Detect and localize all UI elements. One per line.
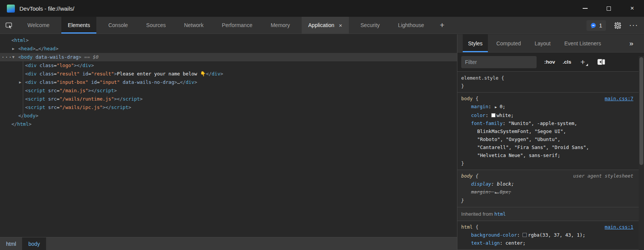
collapse-icon[interactable]: ▼: [12, 53, 14, 61]
rule-selector[interactable]: body: [461, 173, 473, 179]
property-value[interactable]: block;: [497, 181, 514, 187]
stylesheet-link[interactable]: main.css:7: [605, 95, 633, 103]
tree-row[interactable]: </html>: [0, 120, 457, 128]
code-token: script: [28, 104, 45, 110]
close-tab-icon[interactable]: ×: [339, 22, 342, 29]
maximize-button[interactable]: [597, 0, 620, 17]
code-token: $0: [93, 54, 99, 60]
inherited-node-link[interactable]: html: [494, 211, 506, 217]
tree-row[interactable]: ▶<head>…</head>: [0, 45, 457, 53]
rule-selector[interactable]: html: [461, 224, 473, 230]
css-property[interactable]: display: block;: [461, 180, 639, 188]
css-property[interactable]: color: white;: [461, 111, 639, 119]
property-value[interactable]: 0;: [500, 104, 505, 109]
code-token: =: [54, 79, 57, 85]
expand-icon[interactable]: ▶: [12, 45, 14, 53]
inspect-element-button[interactable]: [0, 17, 18, 34]
property-name[interactable]: display: [471, 181, 491, 187]
property-value[interactable]: "Nunito", -apple-system,: [508, 120, 577, 126]
property-name[interactable]: background-color: [471, 232, 517, 238]
tree-row[interactable]: <script src="/wails/runtime.js"></script…: [0, 95, 457, 103]
expand-shorthand-icon[interactable]: ▶: [495, 191, 499, 194]
toggle-hover-state-button[interactable]: :hov: [544, 59, 555, 65]
tab-label: Sources: [146, 22, 166, 28]
breadcrumb-body[interactable]: body: [22, 237, 46, 250]
color-swatch[interactable]: [491, 113, 495, 117]
tab-label: Application: [308, 22, 334, 28]
expand-icon[interactable]: ▶: [19, 78, 21, 87]
rule-selector-line[interactable]: element.style {: [461, 74, 639, 82]
row-actions-icon[interactable]: ···: [2, 53, 13, 61]
property-value[interactable]: 8px;: [500, 189, 511, 195]
code-token: >: [78, 54, 81, 60]
property-value[interactable]: rgba(33, 37, 43, 1);: [528, 232, 585, 238]
toggle-computed-sidebar-button[interactable]: [597, 59, 606, 65]
titlebar: DevTools - file://wails/ ×: [0, 0, 644, 17]
code-token: "result": [57, 71, 80, 77]
css-property[interactable]: text-align: center;: [461, 239, 639, 247]
css-property[interactable]: margin: ▶ 0;: [461, 103, 639, 111]
tree-row[interactable]: ···▼<body data-wails-drag> == $0: [0, 53, 457, 61]
rule-selector-line[interactable]: main.css:7body {: [461, 95, 639, 103]
rule-selector[interactable]: element.style: [461, 75, 499, 81]
open-brace: {: [499, 75, 504, 81]
property-name[interactable]: margin: [471, 104, 488, 109]
tab-security[interactable]: Security: [354, 17, 387, 34]
tree-row[interactable]: ▶<div class="input-box" id="input" data-…: [0, 78, 457, 87]
tree-row[interactable]: <div class="result" id="result">Please e…: [0, 70, 457, 78]
css-property[interactable]: background-color: rgba(33, 37, 43, 1);: [461, 231, 639, 239]
property-value[interactable]: center;: [505, 240, 526, 246]
code-token: >: [56, 46, 59, 51]
tree-row[interactable]: <script src="/wails/ipc.js"></script>: [0, 103, 457, 112]
expand-shorthand-icon[interactable]: ▶: [495, 105, 499, 109]
tab-elements[interactable]: Elements: [61, 17, 96, 34]
tree-row[interactable]: <div class="logo"></div>: [0, 61, 457, 70]
code-token: [37, 79, 40, 85]
stylesheet-link[interactable]: main.css:1: [605, 223, 633, 231]
tree-row[interactable]: <script src="/main.js"></script>: [0, 87, 457, 95]
minimize-button[interactable]: [573, 0, 597, 17]
styles-scrollbar-thumb[interactable]: [639, 57, 643, 165]
tab-welcome[interactable]: Welcome: [21, 17, 56, 34]
tab-memory[interactable]: Memory: [264, 17, 297, 34]
property-name[interactable]: margin: [471, 189, 488, 195]
rule-selector[interactable]: body: [461, 96, 473, 101]
tab-lighthouse[interactable]: Lighthouse: [392, 17, 431, 34]
styles-scrollbar[interactable]: [639, 56, 644, 250]
rule-selector-line[interactable]: user agent stylesheetbody {: [461, 172, 639, 180]
css-property[interactable]: font-family: "Nunito", -apple-system,: [461, 119, 639, 127]
property-value[interactable]: white;: [497, 112, 514, 118]
code-token: class: [40, 79, 54, 85]
issues-count: 1: [599, 22, 602, 29]
property-name[interactable]: font-family: [471, 120, 503, 126]
more-tabs-button[interactable]: +: [436, 17, 448, 34]
tree-row[interactable]: </body>: [0, 112, 457, 120]
sidebar-tab-layout[interactable]: Layout: [529, 34, 556, 52]
color-swatch[interactable]: [523, 233, 527, 237]
tab-performance[interactable]: Performance: [216, 17, 259, 34]
breadcrumb-html[interactable]: html: [0, 237, 22, 250]
settings-button[interactable]: [614, 21, 622, 30]
tab-console[interactable]: Console: [102, 17, 134, 34]
code-token: script: [28, 96, 45, 102]
more-sidebar-tabs-icon[interactable]: »: [629, 34, 633, 52]
close-button[interactable]: ×: [620, 0, 644, 17]
styles-filter-input[interactable]: [461, 56, 537, 68]
tree-row[interactable]: <html>: [0, 36, 457, 45]
rule-selector-line[interactable]: main.css:1html {: [461, 223, 639, 231]
more-options-button[interactable]: ···: [630, 22, 639, 29]
sidebar-tab-event-listeners[interactable]: Event Listeners: [559, 34, 607, 52]
tab-network[interactable]: Network: [177, 17, 210, 34]
tab-sources[interactable]: Sources: [140, 17, 172, 34]
sidebar-tab-styles[interactable]: Styles: [463, 34, 488, 52]
new-style-rule-button[interactable]: +: [580, 58, 587, 67]
property-name[interactable]: text-align: [471, 240, 500, 246]
property-name[interactable]: color: [471, 112, 486, 118]
tab-application[interactable]: Application×: [302, 17, 348, 34]
sidebar-tab-computed[interactable]: Computed: [491, 34, 526, 52]
issues-button[interactable]: 1: [586, 20, 606, 31]
css-property[interactable]: margin: ▶ 8px;: [461, 188, 639, 197]
tab-label: Lighthouse: [398, 22, 424, 28]
gear-icon: [614, 21, 622, 30]
toggle-element-classes-button[interactable]: .cls: [563, 59, 572, 65]
